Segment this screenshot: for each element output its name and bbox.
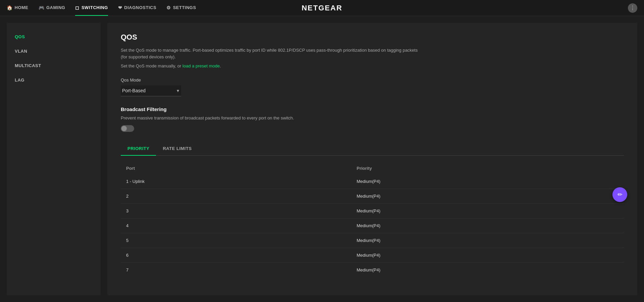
edit-icon: ✏: [618, 191, 623, 198]
table-row: 6 Medium(P4): [121, 248, 624, 262]
cell-priority-0: Medium(P4): [351, 174, 624, 189]
cell-port-2: 3: [121, 203, 351, 218]
table-row: 3 Medium(P4): [121, 203, 624, 218]
broadcast-toggle-wrapper: [121, 125, 624, 132]
broadcast-filtering-desc: Prevent massive transmission of broadcas…: [121, 115, 624, 120]
col-priority: Priority: [351, 162, 624, 174]
settings-icon: ⚙: [166, 5, 171, 10]
sidebar-item-lag[interactable]: LAG: [7, 73, 101, 87]
nav-diagnostics[interactable]: ❤ DIAGNOSTICS: [118, 0, 156, 16]
main-layout: QOS VLAN MULTICAST LAG QOS Set the QoS m…: [0, 16, 644, 302]
toggle-knob: [121, 126, 127, 131]
nav-settings[interactable]: ⚙ SETTINGS: [166, 0, 196, 16]
nav-gaming[interactable]: 🎮 GAMING: [39, 0, 65, 16]
qos-description-1: Set the QoS mode to manage traffic. Port…: [121, 47, 423, 60]
nav-home-label: HOME: [15, 5, 29, 10]
cell-port-5: 6: [121, 248, 351, 262]
sidebar-item-qos[interactable]: QOS: [7, 30, 101, 44]
tab-rate-limits[interactable]: RATE LIMITS: [156, 142, 198, 156]
gaming-icon: 🎮: [39, 5, 45, 10]
sidebar-item-vlan[interactable]: VLAN: [7, 44, 101, 58]
nav-items: 🏠 HOME 🎮 GAMING ◻ SWITCHING ❤ DIAGNOSTIC…: [7, 0, 196, 16]
qos-mode-select[interactable]: Port-Based 802.1P/DSCP: [121, 85, 181, 96]
topnav-right: ⋮: [628, 3, 637, 13]
priority-table: Port Priority 1 - Uplink Medium(P4) 2 Me…: [121, 162, 624, 277]
main-content: QOS Set the QoS mode to manage traffic. …: [107, 16, 644, 302]
tab-priority[interactable]: PRIORITY: [121, 142, 156, 156]
col-port: Port: [121, 162, 351, 174]
nav-gaming-label: GAMING: [46, 5, 65, 10]
description-suffix: .: [220, 63, 221, 68]
table-row: 4 Medium(P4): [121, 218, 624, 233]
nav-home[interactable]: 🏠 HOME: [7, 0, 29, 16]
home-icon: 🏠: [7, 5, 13, 10]
cell-port-0: 1 - Uplink: [121, 174, 351, 189]
nav-settings-label: SETTINGS: [173, 5, 196, 10]
qos-description-2: Set the QoS mode manually, or load a pre…: [121, 63, 423, 69]
table-header: Port Priority: [121, 162, 624, 174]
diagnostics-icon: ❤: [118, 5, 122, 10]
qos-mode-wrapper: Port-Based 802.1P/DSCP ▾: [121, 85, 181, 96]
cell-priority-3: Medium(P4): [351, 218, 624, 233]
content-card: QOS Set the QoS mode to manage traffic. …: [107, 23, 637, 295]
description-prefix: Set the QoS mode manually, or: [121, 63, 182, 68]
brand-logo: NETGEAR: [302, 4, 342, 12]
top-navigation: 🏠 HOME 🎮 GAMING ◻ SWITCHING ❤ DIAGNOSTIC…: [0, 0, 644, 16]
cell-priority-2: Medium(P4): [351, 203, 624, 218]
more-options-button[interactable]: ⋮: [628, 3, 637, 13]
table-row: 7 Medium(P4): [121, 262, 624, 277]
table-row: 1 - Uplink Medium(P4): [121, 174, 624, 189]
nav-diagnostics-label: DIAGNOSTICS: [124, 5, 156, 10]
nav-switching[interactable]: ◻ SWITCHING: [75, 0, 108, 16]
nav-switching-label: SWITCHING: [82, 5, 108, 10]
cell-port-3: 4: [121, 218, 351, 233]
broadcast-filtering-title: Broadcast Filtering: [121, 106, 624, 112]
switching-icon: ◻: [75, 5, 79, 10]
tabs: PRIORITY RATE LIMITS: [121, 142, 624, 156]
cell-port-4: 5: [121, 233, 351, 248]
cell-priority-1: Medium(P4): [351, 189, 624, 203]
cell-port-6: 7: [121, 262, 351, 277]
cell-priority-4: Medium(P4): [351, 233, 624, 248]
edit-fab-button[interactable]: ✏: [612, 187, 627, 202]
page-title: QOS: [121, 33, 624, 42]
table-row: 5 Medium(P4): [121, 233, 624, 248]
qos-mode-label: Qos Mode: [121, 78, 624, 83]
cell-port-1: 2: [121, 189, 351, 203]
cell-priority-6: Medium(P4): [351, 262, 624, 277]
table-body: 1 - Uplink Medium(P4) 2 Medium(P4) 3 Med…: [121, 174, 624, 277]
table-row: 2 Medium(P4): [121, 189, 624, 203]
cell-priority-5: Medium(P4): [351, 248, 624, 262]
sidebar-item-multicast[interactable]: MULTICAST: [7, 58, 101, 73]
broadcast-filtering-toggle[interactable]: [121, 125, 134, 132]
preset-mode-link[interactable]: load a preset mode: [182, 63, 220, 68]
sidebar: QOS VLAN MULTICAST LAG: [7, 23, 101, 295]
